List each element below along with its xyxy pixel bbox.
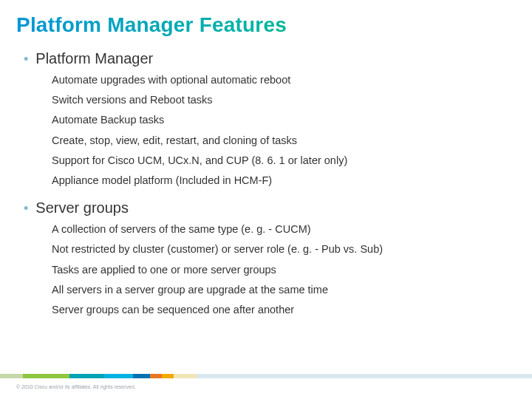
bullet-icon: • bbox=[24, 202, 28, 215]
bar-segment bbox=[23, 374, 69, 378]
list-item: Switch versions and Reboot tasks bbox=[52, 92, 516, 109]
section-label: Platform Manager bbox=[35, 50, 153, 67]
sub-list: A collection of servers of the same type… bbox=[52, 221, 516, 318]
copyright-text: © 2010 Cisco and/or its affiliates. All … bbox=[0, 378, 532, 389]
slide-title: Platform Manager Features bbox=[16, 13, 516, 37]
slide: Platform Manager Features • Platform Man… bbox=[0, 0, 532, 399]
list-item: Create, stop, view, edit, restart, and c… bbox=[52, 132, 516, 149]
footer: © 2010 Cisco and/or its affiliates. All … bbox=[0, 374, 532, 399]
bar-segment bbox=[133, 374, 150, 378]
list-item: Automate upgrades with optional automati… bbox=[52, 72, 516, 89]
bullet-icon: • bbox=[24, 52, 28, 66]
bar-segment bbox=[197, 374, 532, 378]
list-item: Not restricted by cluster (customer) or … bbox=[52, 241, 516, 258]
bar-segment bbox=[104, 374, 133, 378]
bar-segment bbox=[150, 374, 162, 378]
list-item: Support for Cisco UCM, UCx.N, and CUP (8… bbox=[52, 152, 516, 169]
section-platform-manager: • Platform Manager Automate upgrades wit… bbox=[16, 50, 516, 189]
list-item: Appliance model platform (Included in HC… bbox=[52, 172, 516, 189]
list-item: All servers in a server group are upgrad… bbox=[52, 282, 516, 299]
list-item: A collection of servers of the same type… bbox=[52, 221, 516, 238]
section-head: • Server groups bbox=[24, 200, 516, 216]
section-server-groups: • Server groups A collection of servers … bbox=[16, 200, 516, 318]
bar-segment bbox=[174, 374, 197, 378]
bar-segment bbox=[0, 374, 23, 378]
bar-segment bbox=[162, 374, 174, 378]
sub-list: Automate upgrades with optional automati… bbox=[52, 72, 516, 189]
list-item: Tasks are applied to one or more server … bbox=[52, 262, 516, 279]
list-item: Automate Backup tasks bbox=[52, 112, 516, 129]
list-item: Server groups can be sequenced one after… bbox=[52, 301, 516, 318]
color-bar bbox=[0, 374, 532, 378]
section-label: Server groups bbox=[35, 200, 129, 216]
bar-segment bbox=[69, 374, 104, 378]
section-head: • Platform Manager bbox=[24, 50, 516, 67]
